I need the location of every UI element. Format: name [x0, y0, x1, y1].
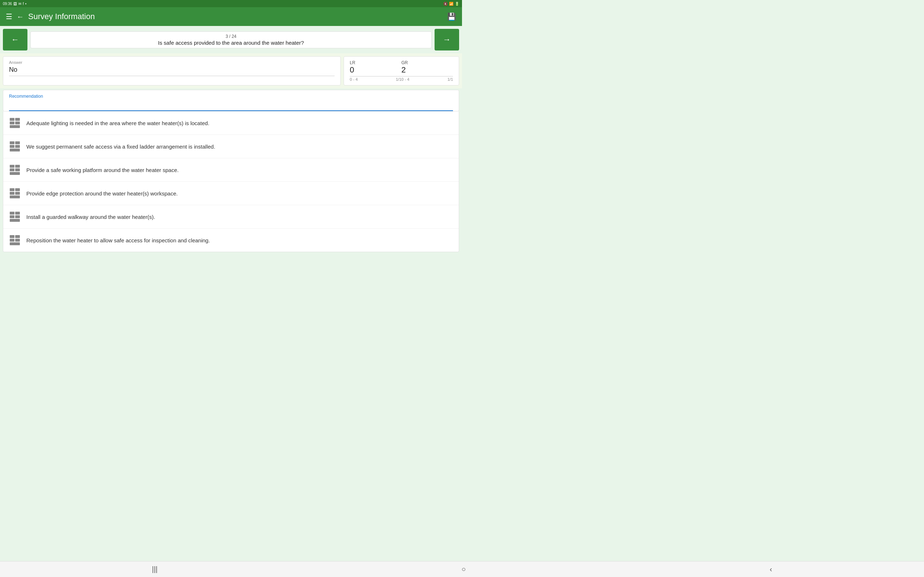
prev-button[interactable]: ←	[3, 29, 27, 50]
suggestion-grid-icon	[9, 211, 21, 222]
status-right: 🔇 📶 🔋	[443, 2, 459, 6]
score-section: LR 0 0 - 4 1/1 GR 2 0 - 4 1/1	[344, 56, 459, 85]
lr-fraction: 1/1	[396, 77, 401, 82]
prev-arrow-icon: ←	[11, 35, 19, 44]
gr-label: GR	[401, 60, 453, 65]
list-item[interactable]: Provide edge protection around the water…	[3, 182, 459, 205]
list-item[interactable]: We suggest permanent safe access via a f…	[3, 135, 459, 158]
lr-label: LR	[350, 60, 401, 65]
suggestion-grid-icon	[9, 164, 21, 176]
answer-value: No	[9, 66, 334, 76]
app-bar: ☰ ← Survey Information 💾	[0, 7, 462, 26]
gr-fraction: 1/1	[447, 77, 453, 82]
recommendation-input[interactable]	[9, 100, 453, 111]
answer-score-row: Answer No LR 0 0 - 4 1/1 GR 2 0 - 4 1/1	[0, 53, 462, 89]
suggestion-text: We suggest permanent safe access via a f…	[26, 143, 215, 150]
answer-section: Answer No	[3, 56, 341, 85]
status-bar: 09:36 🖼 ✉ f • 🔇 📶 🔋	[0, 0, 462, 7]
recommendation-label: Recommendation	[9, 94, 453, 99]
msg-icon: ✉	[18, 2, 21, 6]
fb-icon: f	[23, 2, 24, 6]
question-text: Is safe access provided to the area arou…	[36, 40, 426, 46]
suggestion-text: Provide edge protection around the water…	[26, 190, 178, 197]
gr-range: 0 - 4 1/1	[401, 77, 453, 82]
app-bar-title: Survey Information	[28, 12, 447, 21]
app-bar-back-button[interactable]: ←	[16, 13, 24, 21]
list-item[interactable]: Install a guarded walkway around the wat…	[3, 205, 459, 229]
time-display: 09:36	[3, 2, 12, 6]
gr-value: 2	[401, 65, 453, 76]
wifi-icon: 📶	[449, 2, 453, 6]
suggestion-text: Provide a safe working platform around t…	[26, 166, 179, 174]
lr-score-col: LR 0 0 - 4 1/1	[350, 60, 401, 82]
suggestion-text: Reposition the water heater to allow saf…	[26, 237, 210, 244]
question-box: 3 / 24 Is safe access provided to the ar…	[30, 31, 432, 48]
gr-score-col: GR 2 0 - 4 1/1	[401, 60, 453, 82]
gr-range-text: 0 - 4	[401, 77, 409, 82]
list-item[interactable]: Adequate lighting is needed in the area …	[3, 111, 459, 135]
suggestion-grid-icon	[9, 117, 21, 129]
suggestion-grid-icon	[9, 141, 21, 152]
dot-icon: •	[25, 2, 27, 6]
image-icon: 🖼	[13, 2, 17, 6]
answer-label: Answer	[9, 60, 334, 64]
next-arrow-icon: →	[443, 35, 451, 44]
lr-value: 0	[350, 65, 401, 76]
question-count: 3 / 24	[36, 34, 426, 39]
score-headers: LR 0 0 - 4 1/1 GR 2 0 - 4 1/1	[350, 60, 453, 82]
menu-icon[interactable]: ☰	[6, 12, 12, 21]
suggestion-text: Adequate lighting is needed in the area …	[26, 119, 209, 127]
suggestion-grid-icon	[9, 234, 21, 246]
battery-icon: 🔋	[455, 2, 459, 6]
navigation-row: ← 3 / 24 Is safe access provided to the …	[0, 26, 462, 53]
list-item[interactable]: Provide a safe working platform around t…	[3, 158, 459, 182]
suggestion-text: Install a guarded walkway around the wat…	[26, 213, 155, 221]
lr-range: 0 - 4 1/1	[350, 77, 401, 82]
status-left: 09:36 🖼 ✉ f •	[3, 2, 26, 6]
next-button[interactable]: →	[435, 29, 459, 50]
suggestion-grid-icon	[9, 187, 21, 199]
recommendation-section: Recommendation	[3, 90, 459, 111]
save-icon[interactable]: 💾	[447, 12, 456, 21]
mute-icon: 🔇	[443, 2, 447, 6]
suggestions-list: Adequate lighting is needed in the area …	[3, 111, 459, 252]
lr-range-text: 0 - 4	[350, 77, 358, 82]
list-item[interactable]: Reposition the water heater to allow saf…	[3, 229, 459, 252]
